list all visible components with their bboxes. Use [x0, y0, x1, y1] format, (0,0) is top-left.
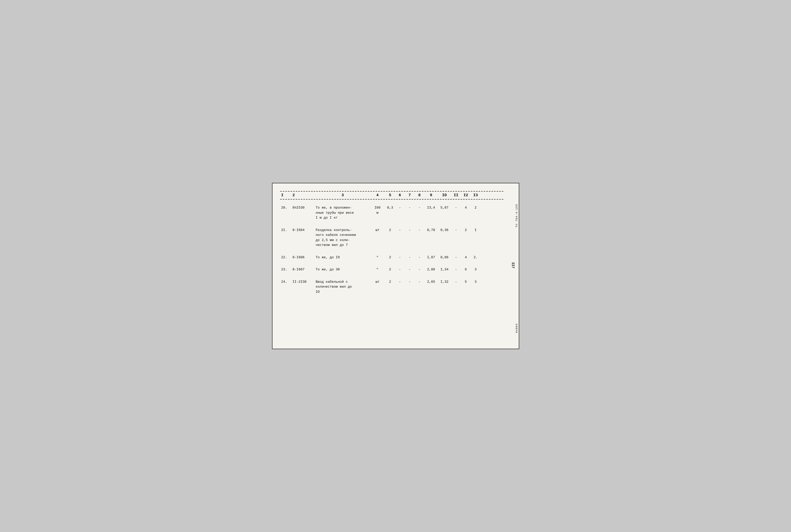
table-cell: То же, до 30 — [316, 267, 370, 272]
table-cell: 0,3 — [385, 205, 395, 210]
table-cell: I,32 — [438, 279, 451, 285]
table-cell: - — [451, 279, 461, 285]
table-cell: 22. — [280, 255, 293, 260]
table-cell: - — [451, 255, 461, 260]
table-cell: 3 — [471, 279, 481, 285]
table-cell: I,34 — [438, 267, 451, 272]
table-cell: 24. — [280, 279, 293, 285]
page-number: II7 — [511, 262, 515, 268]
table-row: 22.8-I606То же, до I9"2---I,870,86-42. — [280, 250, 503, 263]
table-cell: - — [415, 228, 425, 233]
table-row: 23.8-I607То же, до 30"2---2,88I,34-63 — [280, 262, 503, 275]
table-cell: - — [395, 228, 405, 233]
table-cell: Ввод кабельной с количеством жил до IO — [316, 279, 370, 294]
table-cell: I3,4 — [425, 205, 438, 210]
table-cell: - — [451, 267, 461, 272]
table-cell: " — [370, 255, 385, 260]
table-header: I 2 3 4 5 6 7 8 9 IO II I2 I3 — [280, 191, 503, 200]
header-col-13: I3 — [471, 193, 481, 197]
header-col-6: 6 — [395, 193, 405, 197]
table-cell: - — [451, 228, 461, 233]
table-cell: 4 — [461, 205, 471, 210]
table-cell: - — [415, 267, 425, 272]
table-cell: - — [405, 279, 415, 285]
table-cell: 2 — [471, 205, 481, 210]
table-cell: 2 — [385, 255, 395, 260]
table-cell: " — [370, 267, 385, 272]
table-cell: - — [395, 255, 405, 260]
header-col-12: I2 — [461, 193, 471, 197]
table-cell: 2,88 — [425, 267, 438, 272]
table-cell: 8-I604 — [293, 228, 316, 233]
header-col-2: 2 — [293, 193, 316, 197]
page: Тп 704-4-155 I 2 3 4 5 6 7 8 9 IO II I2 … — [272, 183, 519, 349]
table-cell: - — [395, 205, 405, 210]
side-label-top: Тп 704-4-155 — [515, 204, 518, 227]
table-cell: 2I. — [280, 228, 293, 233]
table-cell: 8¼I530 — [293, 205, 316, 210]
header-col-7: 7 — [405, 193, 415, 197]
table-cell: I,87 — [425, 255, 438, 260]
table-cell: 23. — [280, 267, 293, 272]
table-row: 24.II-2I30Ввод кабельной с количеством ж… — [280, 275, 503, 297]
header-col-10: IO — [438, 193, 451, 197]
table-cell: 3 — [471, 267, 481, 272]
table-cell: - — [395, 279, 405, 285]
table-cell: То же, до I9 — [316, 255, 370, 260]
table-cell: 2. — [471, 255, 481, 260]
table-cell: - — [405, 205, 415, 210]
header-col-8: 8 — [415, 193, 425, 197]
table-cell: - — [405, 267, 415, 272]
table-cell: 8-I607 — [293, 267, 316, 272]
table-cell: - — [415, 255, 425, 260]
table-cell: - — [415, 279, 425, 285]
table-cell: 2 — [385, 228, 395, 233]
table-cell: 5 — [461, 279, 471, 285]
table-row: 2I.8-I604Разделка контроль- ного кабеля … — [280, 223, 503, 250]
table-cell: 20. — [280, 205, 293, 210]
table-cell: Разделка контроль- ного кабеля сечением … — [316, 228, 370, 248]
table-cell: - — [405, 228, 415, 233]
table-cell: шт — [370, 279, 385, 285]
header-col-5: 5 — [385, 193, 395, 197]
header-col-4: 4 — [370, 193, 385, 197]
table-body: 20.8¼I530То же, в проложен- нные трубы п… — [280, 200, 503, 297]
table-cell: 0,36 — [438, 228, 451, 233]
table-cell: 2 — [385, 267, 395, 272]
table-cell: То же, в проложен- нные трубы при весе I… — [316, 205, 370, 221]
side-label-bottom: 4к084 — [515, 323, 518, 333]
table-cell: - — [451, 205, 461, 210]
table-cell: шт — [370, 228, 385, 233]
header-col-9: 9 — [425, 193, 438, 197]
table-cell: - — [415, 205, 425, 210]
page-inner: Тп 704-4-155 I 2 3 4 5 6 7 8 9 IO II I2 … — [280, 191, 514, 297]
table-cell: 5,87 — [438, 205, 451, 210]
table-cell: 2 — [461, 228, 471, 233]
header-col-3: 3 — [316, 193, 370, 197]
table-cell: 4 — [461, 255, 471, 260]
table-cell: - — [395, 267, 405, 272]
table-cell: 2 — [385, 279, 395, 285]
header-col-11: II — [451, 193, 461, 197]
table-cell: II-2I30 — [293, 279, 316, 285]
table-cell: 2,65 — [425, 279, 438, 285]
table-cell: 8-I606 — [293, 255, 316, 260]
table-cell: I — [471, 228, 481, 233]
table-cell: 0,86 — [438, 255, 451, 260]
table-cell: I00 м — [370, 205, 385, 215]
header-col-1: I — [280, 193, 293, 197]
table-cell: - — [405, 255, 415, 260]
table-cell: 0,78 — [425, 228, 438, 233]
table-row: 20.8¼I530То же, в проложен- нные трубы п… — [280, 200, 503, 223]
table-cell: 6 — [461, 267, 471, 272]
